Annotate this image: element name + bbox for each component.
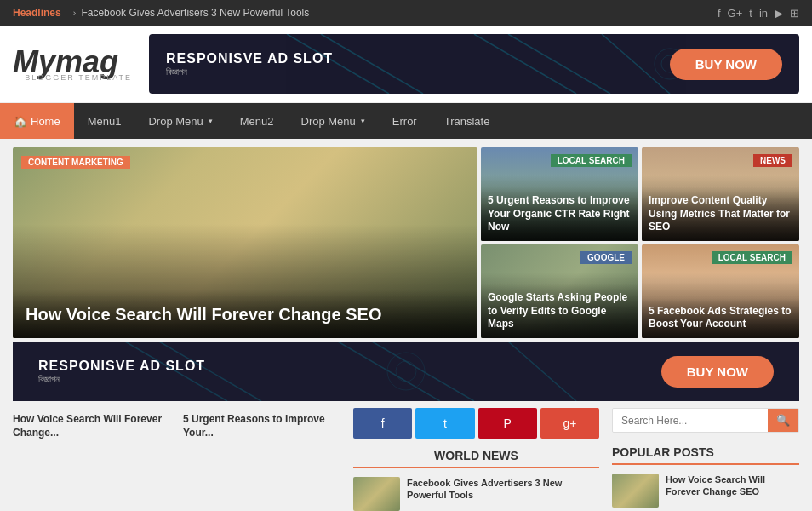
nav-menu2[interactable]: Menu2 [226, 103, 288, 139]
featured-tr1-overlay: 5 Urgent Reasons to Improve Your Organic… [481, 187, 638, 241]
card-1-title: How Voice Search Will Forever Change... [13, 413, 170, 439]
svg-line-3 [508, 34, 610, 94]
social-world-section: f t P g+ WORLD NEWS Facebook Gives Adver… [353, 408, 599, 511]
header: Mymag BLOGGER TEMPLATE RESPONISVE AD SLO… [0, 26, 812, 103]
featured-tr1-badge: LOCAL SEARCH [551, 154, 632, 167]
linkedin-top-icon[interactable]: in [759, 7, 768, 20]
buy-now-button2[interactable]: BUY NOW [661, 356, 774, 388]
top-bar: Headlines › Facebook Gives Advertisers 3… [0, 0, 812, 26]
popular-text-1: How Voice Search Will Forever Change SEO [666, 474, 799, 508]
nav-error-label: Error [392, 115, 417, 128]
popular-posts-title: POPULAR POSTS [612, 445, 799, 465]
bottom-section: Content Marketing How Voice Search Will … [13, 408, 799, 511]
logo[interactable]: Mymag BLOGGER TEMPLATE [13, 47, 132, 82]
ad2-text: RESPONISVE AD SLOT বিজ্ঞাপন [38, 359, 205, 385]
twitter-top-icon[interactable]: t [749, 7, 752, 20]
nav-translate[interactable]: Translate [431, 103, 504, 139]
featured-grid: CONTENT MARKETING How Voice Search Will … [13, 147, 799, 338]
card-2[interactable]: Local Search 5 Urgent Reasons to Improve… [183, 408, 340, 511]
featured-main-article[interactable]: CONTENT MARKETING How Voice Search Will … [13, 147, 477, 338]
news-thumb-1 [353, 477, 400, 511]
rss-top-icon[interactable]: ⊞ [790, 7, 799, 20]
card-1[interactable]: Content Marketing How Voice Search Will … [13, 408, 170, 511]
buy-now-button[interactable]: BUY NOW [670, 49, 782, 80]
facebook-top-icon[interactable]: f [718, 7, 721, 20]
ad-title: RESPONISVE AD SLOT [166, 51, 333, 66]
ad2-title: RESPONISVE AD SLOT [38, 359, 205, 374]
popular-search-section: 🔍 POPULAR POSTS How Voice Search Will Fo… [612, 408, 799, 511]
popular-item-1[interactable]: How Voice Search Will Forever Change SEO [612, 474, 799, 508]
mid-ad-banner: RESPONISVE AD SLOT বিজ্ঞাপন BUY NOW [13, 342, 799, 401]
nav-menu1[interactable]: Menu1 [74, 103, 135, 139]
ad-text: RESPONISVE AD SLOT বিজ্ঞাপন [166, 51, 333, 78]
svg-point-13 [396, 361, 416, 382]
nav-error[interactable]: Error [379, 103, 431, 139]
featured-br2-overlay: 5 Facebook Ads Strategies to Boost Your … [642, 298, 799, 338]
nav-home[interactable]: 🏠 Home [0, 103, 74, 139]
twitter-button[interactable]: t [415, 408, 474, 439]
main-content: CONTENT MARKETING How Voice Search Will … [0, 139, 812, 511]
featured-bottom-right2[interactable]: LOCAL SEARCH 5 Facebook Ads Strategies t… [642, 244, 799, 338]
featured-bottom-right1[interactable]: GOOGLE Google Starts Asking People to Ve… [481, 244, 638, 338]
svg-line-11 [508, 342, 576, 401]
featured-main-overlay: How Voice Search Will Forever Change SEO [13, 290, 477, 338]
nav-dropmenu2[interactable]: Drop Menu ▾ [288, 103, 379, 139]
news-item-1[interactable]: Facebook Gives Advertisers 3 New Powerfu… [353, 477, 599, 511]
nav-dropmenu1[interactable]: Drop Menu ▾ [134, 103, 226, 139]
featured-tr2-badge: NEWS [753, 154, 792, 167]
ad-subtitle: বিজ্ঞাপন [166, 66, 333, 78]
svg-point-12 [387, 353, 425, 390]
nav-dropmenu1-label: Drop Menu [148, 115, 203, 128]
headlines-label: Headlines [13, 7, 61, 19]
card-2-title: 5 Urgent Reasons to Improve Your... [183, 413, 340, 439]
pinterest-button[interactable]: P [478, 408, 537, 439]
featured-br1-overlay: Google Starts Asking People to Verify Ed… [481, 284, 638, 338]
featured-tr2-overlay: Improve Content Quality Using Metrics Th… [642, 187, 799, 241]
search-input[interactable] [613, 409, 768, 432]
featured-br2-title: 5 Facebook Ads Strategies to Boost Your … [649, 305, 792, 331]
nav-menu1-label: Menu1 [88, 115, 122, 128]
gplus-button[interactable]: g+ [540, 408, 599, 439]
navigation: 🏠 Home Menu1 Drop Menu ▾ Menu2 Drop Menu… [0, 103, 812, 139]
featured-tr2-title: Improve Content Quality Using Metrics Th… [649, 194, 792, 234]
featured-br1-title: Google Starts Asking People to Verify Ed… [488, 291, 632, 331]
nav-menu2-label: Menu2 [240, 115, 274, 128]
nav-dropmenu2-label: Drop Menu [301, 115, 356, 128]
svg-line-2 [474, 34, 576, 94]
headline-text: Facebook Gives Advertisers 3 New Powerfu… [81, 7, 309, 19]
featured-br1-badge: GOOGLE [580, 251, 632, 264]
popular-thumb-1 [612, 474, 659, 508]
home-icon: 🏠 [14, 115, 27, 128]
logo-subtitle: BLOGGER TEMPLATE [13, 73, 132, 82]
featured-main-badge: CONTENT MARKETING [21, 156, 130, 169]
chevron-down-icon: ▾ [209, 117, 213, 125]
top-social-icons: f G+ t in ▶ ⊞ [718, 7, 799, 20]
svg-line-1 [321, 34, 423, 94]
featured-main-title: How Voice Search Will Forever Change SEO [26, 303, 465, 325]
featured-top-right1[interactable]: LOCAL SEARCH 5 Urgent Reasons to Improve… [481, 147, 638, 241]
featured-top-right2[interactable]: NEWS Improve Content Quality Using Metri… [642, 147, 799, 241]
gplus-top-icon[interactable]: G+ [728, 7, 743, 20]
social-buttons-row: f t P g+ [353, 408, 599, 439]
search-box: 🔍 [612, 408, 799, 433]
nav-home-label: Home [31, 115, 60, 128]
news-text-1: Facebook Gives Advertisers 3 New Powerfu… [407, 477, 599, 502]
nav-translate-label: Translate [444, 115, 490, 128]
world-news-title: WORLD NEWS [353, 449, 599, 468]
ad2-subtitle: বিজ্ঞাপন [38, 374, 205, 385]
facebook-button[interactable]: f [353, 408, 412, 439]
svg-line-4 [602, 34, 670, 94]
youtube-top-icon[interactable]: ▶ [775, 7, 783, 20]
featured-tr1-title: 5 Urgent Reasons to Improve Your Organic… [488, 194, 632, 234]
chevron-down-icon2: ▾ [361, 117, 365, 125]
header-ad-banner: RESPONISVE AD SLOT বিজ্ঞাপন BUY NOW [149, 34, 799, 94]
search-button[interactable]: 🔍 [768, 409, 798, 432]
featured-br2-badge: LOCAL SEARCH [712, 251, 792, 264]
